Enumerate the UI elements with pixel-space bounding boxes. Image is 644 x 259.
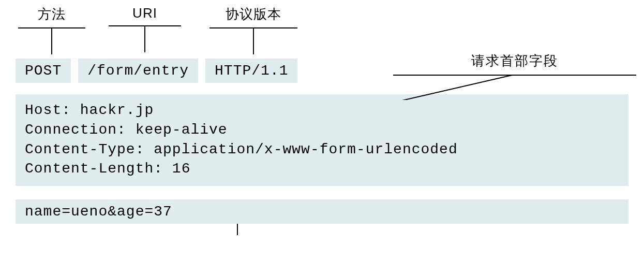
uri-label-group: URI <box>109 5 181 54</box>
headers-label-group: 请求首部字段 <box>393 52 636 100</box>
header-line: Host: hackr.jp <box>25 100 619 120</box>
header-line: Connection: keep-alive <box>25 120 619 140</box>
uri-tick <box>144 26 145 52</box>
method-tick <box>51 28 52 54</box>
header-line: Content-Length: 16 <box>25 159 619 179</box>
body-box: name=ueno&age=37 <box>16 199 628 224</box>
protocol-label-group: 协议版本 <box>209 5 297 54</box>
headers-callout-line <box>393 74 636 100</box>
header-line: Content-Type: application/x-www-form-url… <box>25 140 619 160</box>
method-label-group: 方法 <box>18 5 85 54</box>
headers-label: 请求首部字段 <box>471 52 558 74</box>
protocol-tick <box>253 28 254 54</box>
request-line-labels: 方法 URI 协议版本 <box>16 5 628 54</box>
method-box: POST <box>16 59 71 83</box>
body-content: name=ueno&age=37 <box>25 204 172 220</box>
body-tick <box>237 224 238 235</box>
uri-box: /form/entry <box>78 59 198 83</box>
headers-box: Host: hackr.jp Connection: keep-alive Co… <box>16 94 628 186</box>
protocol-label: 协议版本 <box>221 5 286 27</box>
svg-line-1 <box>393 75 512 100</box>
method-label: 方法 <box>34 5 70 27</box>
uri-label: URI <box>128 5 161 25</box>
protocol-box: HTTP/1.1 <box>205 59 297 83</box>
